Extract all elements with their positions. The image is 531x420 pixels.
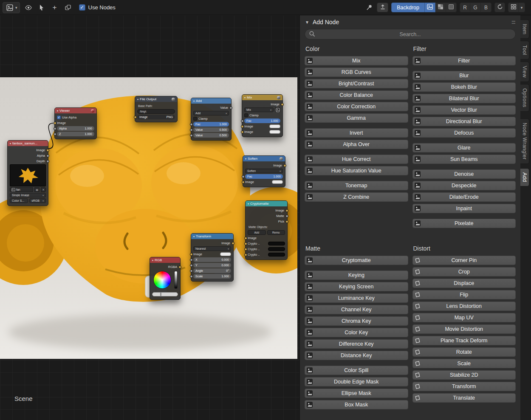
add-node-item-crop[interactable]: Crop [412, 267, 516, 276]
collapse-icon[interactable]: ▾ [193, 99, 195, 102]
output-socket[interactable] [46, 160, 49, 163]
node-fanbox-samun[interactable]: ▾fanbox_samun...ImageAlphaDepthfan▤✕Sing… [7, 140, 48, 206]
field-image[interactable]: ImagePNG [137, 115, 175, 119]
add-node-item-plane-track-deform[interactable]: Plane Track Deform [412, 336, 516, 345]
field-y[interactable]: Y0.000 [193, 263, 231, 268]
add-node-item-tonemap[interactable]: Tonemap [305, 181, 408, 190]
add-node-item-color-correction[interactable]: Color Correction [305, 102, 408, 111]
field-z[interactable]: Z1.000 [57, 132, 94, 136]
node-add[interactable]: ▾AddValueAdd▾ClampFac1.000Value0.500Valu… [191, 98, 232, 141]
output-socket[interactable] [281, 103, 284, 106]
input-socket[interactable] [54, 127, 56, 130]
colorspace-dropdown[interactable]: sRGB▾ [29, 198, 46, 203]
output-socket[interactable] [285, 209, 288, 212]
channel-g-button[interactable]: G [470, 3, 481, 12]
pin-icon[interactable] [364, 3, 374, 12]
field-value[interactable]: Value0.500 [193, 127, 229, 132]
add-node-item-double-edge-mask[interactable]: Double Edge Mask [305, 377, 408, 386]
editor-type-dropdown[interactable]: ▾ [3, 2, 20, 13]
add-node-item-mix[interactable]: Mix [305, 56, 408, 65]
collapse-icon[interactable]: ▾ [245, 157, 246, 160]
add-node-item-stabilize-2d[interactable]: Stabilize 2D [412, 370, 516, 380]
crypto-layer-field[interactable] [268, 242, 285, 245]
collapse-icon[interactable]: ▾ [244, 96, 246, 99]
add-node-item-scale[interactable]: Scale [412, 359, 516, 368]
add-node-item-glare[interactable]: Glare [412, 143, 516, 152]
slider-fac[interactable]: Fac1.000 [244, 118, 280, 123]
dropdown-nearest[interactable]: Nearest▾ [193, 246, 231, 251]
field-x[interactable]: X0.000 [193, 257, 231, 262]
add-node-item-rotate[interactable]: Rotate [412, 347, 516, 357]
node-viewer[interactable]: ▾Viewer✓Use AlphaImageAlpha1.000Z1.000 [54, 107, 97, 139]
dropdown-single-image[interactable]: Single Image▾ [10, 193, 46, 197]
parent-node-tree-button[interactable] [377, 3, 388, 12]
add-node-item-keying-screen[interactable]: Keying Screen [305, 282, 408, 291]
button-add[interactable]: Add [248, 230, 266, 235]
add-node-item-directional-blur[interactable]: Directional Blur [412, 117, 516, 126]
snap-icon-button[interactable] [508, 3, 519, 12]
duplicate-icon[interactable] [63, 3, 73, 12]
value-slider[interactable] [174, 271, 178, 289]
add-node-item-cryptomatte[interactable]: Cryptomatte [305, 256, 408, 265]
input-socket[interactable] [244, 242, 247, 245]
cursor-icon[interactable] [37, 3, 46, 12]
output-socket[interactable] [285, 220, 288, 223]
field-alpha[interactable]: Alpha1.000 [57, 126, 94, 131]
channel-b-button[interactable]: B [481, 3, 491, 12]
add-node-item-hue-saturation-value[interactable]: Hue Saturation Value [305, 166, 408, 175]
image-toggle-button[interactable] [275, 107, 280, 112]
input-socket[interactable] [190, 275, 193, 278]
node-mix[interactable]: ▾MixImageMix▾ClampFac1.000ImageImage [242, 94, 283, 137]
sidebar-tab-add[interactable]: Add [520, 168, 529, 186]
unlink-button[interactable]: ✕ [41, 187, 46, 192]
add-node-item-flip[interactable]: Flip [412, 290, 516, 299]
add-node-item-box-mask[interactable]: Box Mask [305, 400, 408, 409]
output-socket[interactable] [46, 154, 49, 157]
backdrop-color-toggle[interactable] [425, 3, 435, 12]
node-header[interactable]: ▾Mix [242, 95, 282, 100]
add-node-item-inpaint[interactable]: Inpaint [412, 204, 516, 213]
add-node-item-transform[interactable]: Transform [412, 382, 516, 391]
add-node-item-z-combine[interactable]: Z Combine [305, 192, 408, 202]
node-header[interactable]: ▾Soften [243, 156, 285, 161]
node-header[interactable]: ▾RGB [150, 257, 180, 263]
input-socket[interactable] [241, 119, 244, 122]
add-node-item-luminance-key[interactable]: Luminance Key [305, 293, 408, 303]
input-socket[interactable] [242, 175, 245, 178]
add-node-item-channel-key[interactable]: Channel Key [305, 305, 408, 314]
collapse-icon[interactable]: ▾ [193, 235, 195, 238]
add-node-item-alpha-over[interactable]: Alpha Over [305, 140, 408, 149]
collapse-icon[interactable]: ▾ [57, 109, 58, 112]
add-node-item-bokeh-blur[interactable]: Bokeh Blur [412, 82, 516, 92]
add-node-item-hue-correct[interactable]: Hue Correct [305, 155, 408, 164]
drag-dots-icon[interactable]: •••••• [512, 20, 515, 24]
input-socket[interactable] [244, 253, 247, 256]
add-node-item-despeckle[interactable]: Despeckle [412, 181, 516, 190]
sidebar-tab-options[interactable]: Options [520, 84, 529, 112]
input-socket[interactable] [190, 123, 193, 126]
input-socket[interactable] [190, 264, 193, 267]
add-node-item-chroma-key[interactable]: Chroma Key [305, 316, 408, 326]
input-socket[interactable] [54, 121, 56, 124]
output-socket[interactable] [283, 164, 286, 167]
add-node-item-difference-key[interactable]: Difference Key [305, 339, 408, 349]
refresh-backdrop-button[interactable] [494, 3, 505, 12]
input-socket[interactable] [241, 130, 244, 133]
collapse-arrow-icon[interactable]: ▼ [305, 20, 309, 25]
input-socket[interactable] [244, 237, 247, 240]
add-node-item-movie-distortion[interactable]: Movie Distortion [412, 324, 516, 334]
add-node-item-ellipse-mask[interactable]: Ellipse Mask [305, 389, 408, 398]
checkbox-clamp[interactable] [244, 113, 248, 117]
output-socket[interactable] [46, 149, 49, 152]
sidebar-tab-view[interactable]: View [520, 62, 529, 82]
add-node-item-bilateral-blur[interactable]: Bilateral Blur [412, 94, 516, 103]
add-icon[interactable]: + [50, 3, 59, 12]
output-socket[interactable] [178, 265, 181, 268]
add-node-item-distance-key[interactable]: Distance Key [305, 351, 408, 360]
input-socket[interactable] [190, 269, 193, 272]
input-socket[interactable] [190, 258, 193, 261]
node-header[interactable]: ▾fanbox_samun... [8, 141, 48, 146]
color-swatch[interactable] [269, 130, 280, 134]
field-scale[interactable]: Scale1.000 [193, 274, 231, 279]
dropdown-mix[interactable]: Mix▾ [244, 107, 274, 112]
